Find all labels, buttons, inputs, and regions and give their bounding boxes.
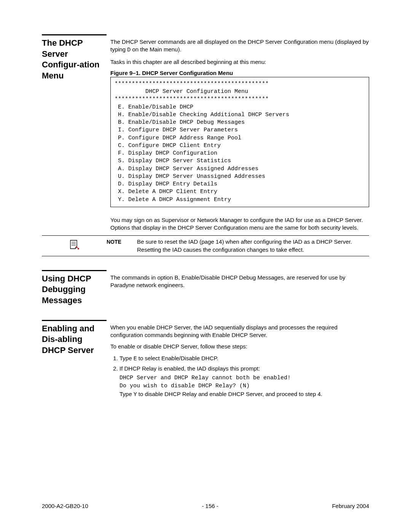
note-block: NOTE Be sure to reset the IAD (page 14) … xyxy=(42,235,369,256)
page-footer: 2000-A2-GB20-10 - 156 - February 2004 xyxy=(42,503,369,509)
note-icon xyxy=(68,245,80,251)
figure-caption: Figure 9–1. DHCP Server Configuration Me… xyxy=(110,70,369,76)
note-text: Be sure to reset the IAD (page 14) when … xyxy=(137,238,369,254)
menu-box: ****************************************… xyxy=(110,77,369,207)
side-heading: Enabling and Dis-abling DHCP Server xyxy=(42,320,107,399)
side-heading: Using DHCP Debugging Messages xyxy=(42,270,107,306)
heading-text: The DHCP Server Configur-ation Menu xyxy=(42,38,107,81)
section-enabling-disabling-dhcp: Enabling and Dis-abling DHCP Server When… xyxy=(42,320,369,399)
section-using-dhcp-debugging: Using DHCP Debugging Messages The comman… xyxy=(42,270,369,306)
footer-right: February 2004 xyxy=(332,503,369,509)
note-icon-wrapper xyxy=(42,238,107,251)
list-item: Type E to select Enable/Disable DHCP. xyxy=(119,354,369,363)
prompt-line: DHCP Server and DHCP Relay cannot both b… xyxy=(119,374,369,382)
paragraph: You may sign on as Supervisor or Network… xyxy=(110,216,369,232)
section-content: The DHCP Server commands are all display… xyxy=(110,34,369,256)
paragraph: When you enable DHCP Server, the IAD seq… xyxy=(110,324,369,339)
paragraph: To enable or disable DHCP Server, follow… xyxy=(110,343,369,350)
section-content: When you enable DHCP Server, the IAD seq… xyxy=(110,320,369,399)
inline-key: D xyxy=(127,47,131,53)
list-item: If DHCP Relay is enabled, the IAD displa… xyxy=(119,364,369,372)
inline-key: E xyxy=(134,356,137,362)
note-label: NOTE xyxy=(107,238,137,245)
heading-text: Enabling and Dis-abling DHCP Server xyxy=(42,323,107,356)
footer-left: 2000-A2-GB20-10 xyxy=(42,503,88,509)
prompt-line: Do you wish to disable DHCP Relay? (N) xyxy=(119,382,369,390)
section-content: The commands in option B, Enable/Disable… xyxy=(110,270,369,306)
step-subtext: Type Y to disable DHCP Relay and enable … xyxy=(119,390,369,399)
footer-center: - 156 - xyxy=(202,503,218,509)
section-dhcp-server-config-menu: The DHCP Server Configur-ation Menu The … xyxy=(42,34,369,256)
heading-text: Using DHCP Debugging Messages xyxy=(42,273,107,306)
steps-list: Type E to select Enable/Disable DHCP. If… xyxy=(110,354,369,372)
paragraph: Tasks in this chapter are all described … xyxy=(110,58,369,66)
paragraph: The commands in option B, Enable/Disable… xyxy=(110,274,369,289)
inline-key: Y xyxy=(134,391,137,398)
paragraph: The DHCP Server commands are all display… xyxy=(110,38,369,54)
side-heading: The DHCP Server Configur-ation Menu xyxy=(42,34,107,256)
